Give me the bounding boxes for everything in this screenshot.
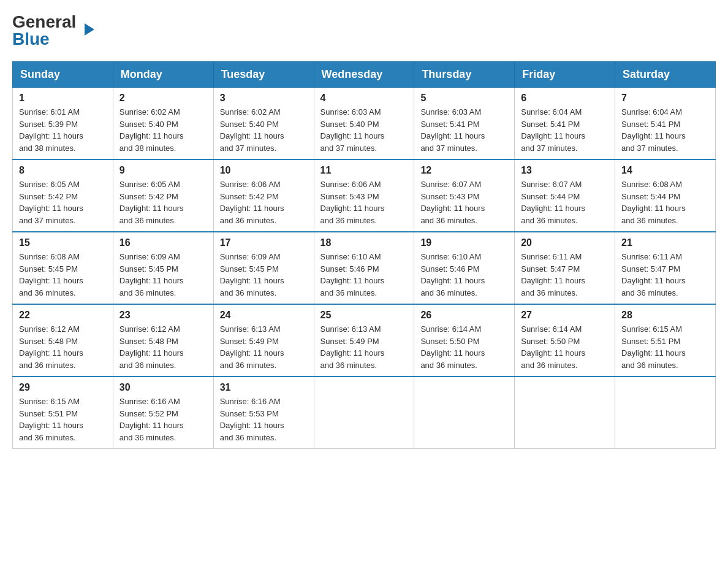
day-info: Sunrise: 6:06 AMSunset: 5:42 PMDaylight:… <box>220 178 308 226</box>
calendar-cell: 29Sunrise: 6:15 AMSunset: 5:51 PMDayligh… <box>13 377 113 449</box>
day-number: 16 <box>119 237 207 248</box>
calendar-cell: 31Sunrise: 6:16 AMSunset: 5:53 PMDayligh… <box>213 377 314 449</box>
day-info: Sunrise: 6:08 AMSunset: 5:45 PMDaylight:… <box>19 251 107 299</box>
calendar-cell: 25Sunrise: 6:13 AMSunset: 5:49 PMDayligh… <box>314 304 414 377</box>
day-info: Sunrise: 6:07 AMSunset: 5:43 PMDaylight:… <box>420 178 508 226</box>
day-info: Sunrise: 6:15 AMSunset: 5:51 PMDaylight:… <box>19 396 107 443</box>
day-number: 23 <box>119 310 207 321</box>
svg-marker-0 <box>85 23 94 36</box>
header-monday: Monday <box>113 62 213 88</box>
day-number: 21 <box>621 237 709 248</box>
calendar-cell: 7Sunrise: 6:04 AMSunset: 5:41 PMDaylight… <box>615 88 716 160</box>
day-number: 14 <box>621 165 709 176</box>
calendar-cell <box>414 377 515 449</box>
calendar-cell: 12Sunrise: 6:07 AMSunset: 5:43 PMDayligh… <box>414 159 515 232</box>
day-info: Sunrise: 6:11 AMSunset: 5:47 PMDaylight:… <box>621 251 709 299</box>
calendar-cell: 18Sunrise: 6:10 AMSunset: 5:46 PMDayligh… <box>314 232 414 304</box>
calendar-cell: 28Sunrise: 6:15 AMSunset: 5:51 PMDayligh… <box>615 304 716 377</box>
calendar-cell: 27Sunrise: 6:14 AMSunset: 5:50 PMDayligh… <box>515 304 615 377</box>
day-number: 27 <box>521 310 609 321</box>
day-info: Sunrise: 6:13 AMSunset: 5:49 PMDaylight:… <box>220 323 308 371</box>
calendar-cell: 6Sunrise: 6:04 AMSunset: 5:41 PMDaylight… <box>515 88 615 160</box>
day-info: Sunrise: 6:10 AMSunset: 5:46 PMDaylight:… <box>420 251 508 299</box>
day-number: 15 <box>19 237 107 248</box>
day-info: Sunrise: 6:03 AMSunset: 5:40 PMDaylight:… <box>320 106 408 154</box>
day-info: Sunrise: 6:09 AMSunset: 5:45 PMDaylight:… <box>220 251 308 299</box>
header-saturday: Saturday <box>615 62 716 88</box>
day-number: 6 <box>521 93 609 104</box>
day-info: Sunrise: 6:05 AMSunset: 5:42 PMDaylight:… <box>19 178 107 226</box>
calendar-cell: 19Sunrise: 6:10 AMSunset: 5:46 PMDayligh… <box>414 232 515 304</box>
calendar-cell: 3Sunrise: 6:02 AMSunset: 5:40 PMDaylight… <box>213 88 314 160</box>
day-info: Sunrise: 6:01 AMSunset: 5:39 PMDaylight:… <box>19 106 107 154</box>
day-info: Sunrise: 6:14 AMSunset: 5:50 PMDaylight:… <box>420 323 508 371</box>
day-number: 28 <box>621 310 709 321</box>
day-number: 31 <box>220 382 308 393</box>
day-info: Sunrise: 6:12 AMSunset: 5:48 PMDaylight:… <box>119 323 207 371</box>
day-info: Sunrise: 6:07 AMSunset: 5:44 PMDaylight:… <box>521 178 609 226</box>
header-sunday: Sunday <box>13 62 113 88</box>
day-number: 30 <box>119 382 207 393</box>
calendar-week-row-3: 15Sunrise: 6:08 AMSunset: 5:45 PMDayligh… <box>13 232 716 304</box>
day-info: Sunrise: 6:03 AMSunset: 5:41 PMDaylight:… <box>420 106 508 154</box>
day-number: 4 <box>320 93 408 104</box>
calendar-cell: 8Sunrise: 6:05 AMSunset: 5:42 PMDaylight… <box>13 159 113 232</box>
day-info: Sunrise: 6:16 AMSunset: 5:52 PMDaylight:… <box>119 396 207 443</box>
day-info: Sunrise: 6:14 AMSunset: 5:50 PMDaylight:… <box>521 323 609 371</box>
calendar-cell: 4Sunrise: 6:03 AMSunset: 5:40 PMDaylight… <box>314 88 414 160</box>
day-number: 22 <box>19 310 107 321</box>
calendar-table: Sunday Monday Tuesday Wednesday Thursday… <box>12 61 716 449</box>
day-info: Sunrise: 6:04 AMSunset: 5:41 PMDaylight:… <box>621 106 709 154</box>
day-number: 17 <box>220 237 308 248</box>
calendar-cell: 26Sunrise: 6:14 AMSunset: 5:50 PMDayligh… <box>414 304 515 377</box>
day-number: 26 <box>420 310 508 321</box>
logo: General Blue <box>12 12 85 49</box>
day-number: 29 <box>19 382 107 393</box>
calendar-cell: 1Sunrise: 6:01 AMSunset: 5:39 PMDaylight… <box>13 88 113 160</box>
day-number: 20 <box>521 237 609 248</box>
calendar-week-row-4: 22Sunrise: 6:12 AMSunset: 5:48 PMDayligh… <box>13 304 716 377</box>
day-number: 25 <box>320 310 408 321</box>
day-info: Sunrise: 6:11 AMSunset: 5:47 PMDaylight:… <box>521 251 609 299</box>
calendar-cell: 11Sunrise: 6:06 AMSunset: 5:43 PMDayligh… <box>314 159 414 232</box>
day-number: 13 <box>521 165 609 176</box>
day-number: 12 <box>420 165 508 176</box>
day-number: 3 <box>220 93 308 104</box>
logo-blue-text: Blue <box>12 29 50 49</box>
calendar-week-row-5: 29Sunrise: 6:15 AMSunset: 5:51 PMDayligh… <box>13 377 716 449</box>
day-number: 19 <box>420 237 508 248</box>
day-info: Sunrise: 6:13 AMSunset: 5:49 PMDaylight:… <box>320 323 408 371</box>
day-info: Sunrise: 6:06 AMSunset: 5:43 PMDaylight:… <box>320 178 408 226</box>
calendar-cell <box>314 377 414 449</box>
calendar-cell: 15Sunrise: 6:08 AMSunset: 5:45 PMDayligh… <box>13 232 113 304</box>
calendar-cell: 21Sunrise: 6:11 AMSunset: 5:47 PMDayligh… <box>615 232 716 304</box>
calendar-cell: 24Sunrise: 6:13 AMSunset: 5:49 PMDayligh… <box>213 304 314 377</box>
day-info: Sunrise: 6:02 AMSunset: 5:40 PMDaylight:… <box>119 106 207 154</box>
header-thursday: Thursday <box>414 62 515 88</box>
calendar-header-row: Sunday Monday Tuesday Wednesday Thursday… <box>13 62 716 88</box>
day-info: Sunrise: 6:05 AMSunset: 5:42 PMDaylight:… <box>119 178 207 226</box>
day-info: Sunrise: 6:09 AMSunset: 5:45 PMDaylight:… <box>119 251 207 299</box>
day-info: Sunrise: 6:16 AMSunset: 5:53 PMDaylight:… <box>220 396 308 443</box>
page-header: General Blue <box>12 12 716 49</box>
day-info: Sunrise: 6:12 AMSunset: 5:48 PMDaylight:… <box>19 323 107 371</box>
day-number: 7 <box>621 93 709 104</box>
calendar-cell: 2Sunrise: 6:02 AMSunset: 5:40 PMDaylight… <box>113 88 213 160</box>
day-info: Sunrise: 6:08 AMSunset: 5:44 PMDaylight:… <box>621 178 709 226</box>
day-number: 24 <box>220 310 308 321</box>
calendar-cell <box>515 377 615 449</box>
day-number: 5 <box>420 93 508 104</box>
day-info: Sunrise: 6:15 AMSunset: 5:51 PMDaylight:… <box>621 323 709 371</box>
calendar-cell: 20Sunrise: 6:11 AMSunset: 5:47 PMDayligh… <box>515 232 615 304</box>
calendar-cell: 13Sunrise: 6:07 AMSunset: 5:44 PMDayligh… <box>515 159 615 232</box>
calendar-cell: 30Sunrise: 6:16 AMSunset: 5:52 PMDayligh… <box>113 377 213 449</box>
header-friday: Friday <box>515 62 615 88</box>
day-number: 1 <box>19 93 107 104</box>
calendar-week-row-1: 1Sunrise: 6:01 AMSunset: 5:39 PMDaylight… <box>13 88 716 160</box>
calendar-cell: 5Sunrise: 6:03 AMSunset: 5:41 PMDaylight… <box>414 88 515 160</box>
calendar-cell: 16Sunrise: 6:09 AMSunset: 5:45 PMDayligh… <box>113 232 213 304</box>
calendar-cell <box>615 377 716 449</box>
day-info: Sunrise: 6:04 AMSunset: 5:41 PMDaylight:… <box>521 106 609 154</box>
day-number: 10 <box>220 165 308 176</box>
calendar-cell: 10Sunrise: 6:06 AMSunset: 5:42 PMDayligh… <box>213 159 314 232</box>
